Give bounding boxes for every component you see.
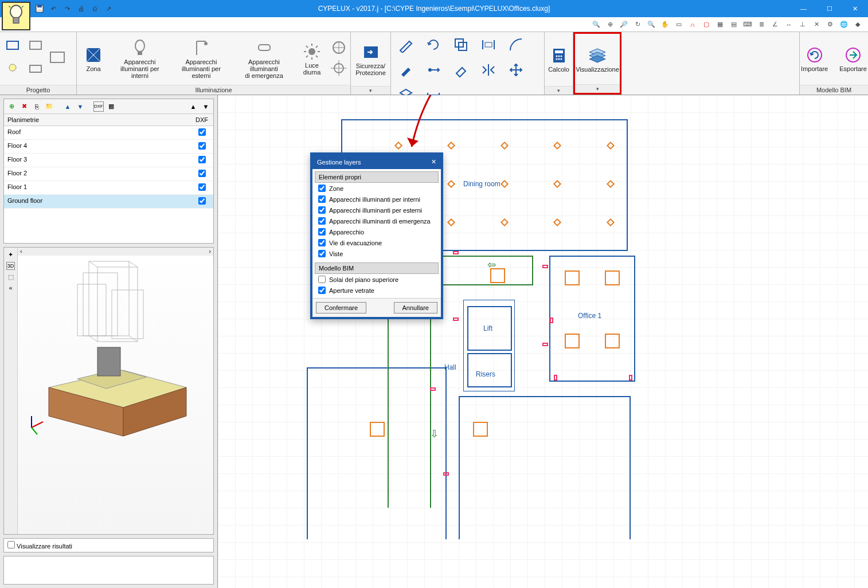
edit-mirror-icon[interactable] <box>477 60 500 80</box>
redo-icon[interactable]: ↷ <box>62 3 72 14</box>
importare-button[interactable]: Importare <box>798 43 831 74</box>
print-icon[interactable]: 🖨 <box>76 3 86 14</box>
edit-pencil-icon[interactable] <box>394 34 417 55</box>
dxf-dwg-icon[interactable]: DXF <box>93 101 104 112</box>
rect-icon[interactable]: ▢ <box>701 19 712 30</box>
dim-icon[interactable]: ↔ <box>783 19 795 30</box>
undo-icon[interactable]: ↶ <box>48 3 58 14</box>
angle-icon[interactable]: ∠ <box>769 19 781 30</box>
esportare-button[interactable]: Esportare <box>836 43 868 74</box>
visualizzazione-button[interactable]: Visualizzazione <box>573 44 622 75</box>
edit-erase-icon[interactable] <box>449 60 472 80</box>
collapse-down-icon[interactable]: ▼ <box>201 101 211 112</box>
luce-diurna-button[interactable]: Luce diurna <box>299 40 325 77</box>
layer-checkbox[interactable] <box>318 228 326 236</box>
edit-copy-icon[interactable] <box>449 34 472 55</box>
grid-icon[interactable]: ▦ <box>714 19 726 30</box>
layer-checkbox[interactable] <box>318 195 326 203</box>
layer-checkbox[interactable] <box>318 217 326 225</box>
tree-row-checkbox[interactable] <box>198 183 206 191</box>
tree-row-checkbox[interactable] <box>198 128 206 136</box>
edit-align-icon[interactable] <box>477 34 500 55</box>
edit-rotate-icon[interactable] <box>422 34 445 55</box>
cancel-button[interactable]: Annullare <box>394 302 437 313</box>
view-axis-icon[interactable]: ✦ <box>8 251 13 258</box>
ill-crosshair-icon[interactable] <box>331 60 347 77</box>
save-icon[interactable] <box>34 3 45 14</box>
zoom-window-icon[interactable]: 🔍 <box>591 19 602 30</box>
apparecchi-interni-button[interactable]: Apparecchi illuminanti per interni <box>112 36 167 81</box>
layer-checkbox[interactable] <box>318 287 326 294</box>
project-folder-icon[interactable] <box>26 60 45 78</box>
layer-checkbox-row[interactable]: Apparecchi illuminanti di emergenza <box>315 215 439 226</box>
export-icon[interactable]: ⎙ <box>89 3 100 14</box>
tree-row[interactable]: Floor 4 <box>4 140 213 154</box>
zoom-extents-icon[interactable]: ⊕ <box>604 19 616 30</box>
results-checkbox[interactable] <box>7 541 15 548</box>
apparecchi-emergenza-button[interactable]: Apparecchi illuminanti di emergenza <box>235 36 293 81</box>
copy-plan-icon[interactable]: ⎘ <box>32 101 42 112</box>
snap-icon[interactable]: ⊥ <box>797 19 808 30</box>
layer-checkbox-row[interactable]: Aperture vetrate <box>315 285 439 296</box>
minimize-button[interactable]: — <box>791 0 816 17</box>
refresh-icon[interactable]: ↻ <box>632 19 643 30</box>
add-icon[interactable]: ⊕ <box>6 101 17 112</box>
calcolo-button[interactable]: Calcolo <box>545 44 572 75</box>
sicurezza-button[interactable]: Sicurezza/ Protezione <box>353 40 389 78</box>
tree-row[interactable]: Ground floor <box>4 195 213 209</box>
globe-icon[interactable]: 🌐 <box>838 19 850 30</box>
results-checkbox-row[interactable]: Visualizzare risultati <box>7 543 72 550</box>
layer-checkbox[interactable] <box>318 276 326 283</box>
select-icon[interactable]: ▭ <box>673 19 685 30</box>
tree-row[interactable]: Floor 1 <box>4 181 213 195</box>
visualizzazione-dropdown[interactable]: ▾ <box>575 84 620 93</box>
pan-icon[interactable]: ✋ <box>659 19 671 30</box>
tree-row-checkbox[interactable] <box>198 156 206 163</box>
layer-checkbox-row[interactable]: Apparecchio <box>315 226 439 237</box>
floorplan-canvas[interactable]: Dining room Office 1 Lift Risers Hall ⇦ … <box>218 95 868 588</box>
tools-icon[interactable]: ✕ <box>811 19 822 30</box>
collapse-up-icon[interactable]: ▲ <box>188 101 198 112</box>
help-icon[interactable]: ◆ <box>852 19 863 30</box>
zoom-out-icon[interactable]: 🔍 <box>646 19 657 30</box>
settings-icon[interactable]: ⚙ <box>824 19 836 30</box>
layers-icon[interactable]: ▤ <box>728 19 740 30</box>
folder-icon[interactable]: 📁 <box>44 101 54 112</box>
sicurezza-dropdown[interactable]: ▾ <box>351 86 390 95</box>
tree-row-checkbox[interactable] <box>198 197 206 205</box>
move-down-icon[interactable]: ▼ <box>75 101 85 112</box>
layer-checkbox-row[interactable]: Apparecchi illuminanti per esterni <box>315 205 439 215</box>
zona-button[interactable]: Zona <box>80 43 107 74</box>
view-cube-icon[interactable]: ⬚ <box>8 273 14 281</box>
layer-checkbox-row[interactable]: Solai del piano superiore <box>315 274 439 285</box>
layer-checkbox-row[interactable]: Apparecchi illuminanti per interni <box>315 194 439 205</box>
project-open-icon[interactable] <box>26 37 45 55</box>
delete-icon[interactable]: ✖ <box>19 101 29 112</box>
layer-checkbox[interactable] <box>318 250 326 257</box>
close-button[interactable]: ✕ <box>842 0 868 17</box>
move-up-icon[interactable]: ▲ <box>62 101 73 112</box>
edit-move-line-icon[interactable] <box>422 60 445 80</box>
layer-checkbox-row[interactable]: Viste <box>315 248 439 259</box>
view-expand-icon[interactable]: « <box>9 284 12 291</box>
edit-arc-icon[interactable] <box>505 34 527 55</box>
tree-row-checkbox[interactable] <box>198 142 206 150</box>
tree-row[interactable]: Floor 3 <box>4 154 213 167</box>
qr-icon[interactable]: ▩ <box>106 101 116 112</box>
layer-checkbox-row[interactable]: Zone <box>315 183 439 194</box>
edit-brush-icon[interactable] <box>394 60 417 80</box>
tree-row[interactable]: Floor 2 <box>4 167 213 181</box>
magnet-icon[interactable]: ∩ <box>687 19 698 30</box>
external-icon[interactable]: ↗ <box>103 3 114 14</box>
maximize-button[interactable]: ☐ <box>816 0 842 17</box>
ruler-icon[interactable]: ≣ <box>756 19 767 30</box>
canvas-3d[interactable]: ‹› <box>18 248 213 534</box>
zoom-in-icon[interactable]: 🔎 <box>618 19 630 30</box>
view-3d-icon[interactable]: 3D <box>6 262 15 270</box>
keyboard-icon[interactable]: ⌨ <box>742 19 753 30</box>
project-new-icon[interactable] <box>3 37 22 55</box>
tree-row-checkbox[interactable] <box>198 170 206 177</box>
layer-checkbox[interactable] <box>318 206 326 214</box>
layer-checkbox[interactable] <box>318 239 326 246</box>
calcolo-dropdown[interactable]: ▾ <box>545 86 573 95</box>
